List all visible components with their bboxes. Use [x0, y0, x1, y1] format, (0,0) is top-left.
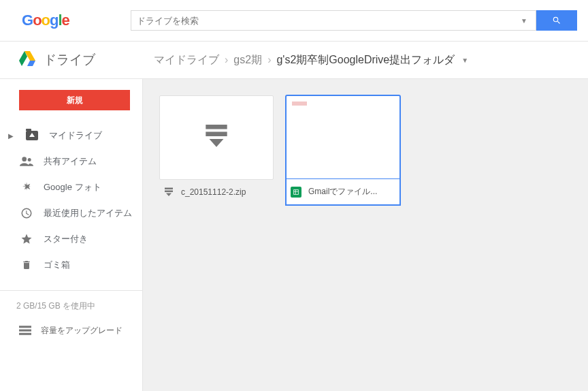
body: 新規 ▶ マイドライブ 共有アイテム Google フォト 最近使用したアイテ: [0, 79, 588, 391]
svg-rect-7: [19, 333, 31, 335]
trash-icon: [19, 259, 34, 271]
chevron-right-icon: ›: [225, 54, 228, 66]
svg-point-4: [28, 158, 31, 161]
search-button[interactable]: [536, 10, 577, 31]
sidebar-item-starred[interactable]: スター付き: [0, 226, 142, 252]
file-grid[interactable]: c_20151112-2.zip Gmailでファイル...: [143, 79, 588, 391]
storage-icon: [19, 326, 31, 338]
svg-marker-1: [27, 61, 35, 66]
sidebar-item-label: Google フォト: [44, 181, 101, 193]
svg-rect-5: [19, 326, 31, 328]
app-name: ドライブ: [44, 51, 95, 69]
svg-rect-6: [19, 330, 31, 332]
svg-marker-10: [210, 139, 224, 147]
sidebar-item-label: スター付き: [44, 233, 88, 245]
toolbar: ドライブ マイドライブ › gs2期 › g's2期卒制GoogleDrive提…: [0, 41, 588, 79]
header: Google ▼: [0, 0, 588, 41]
archive-icon: [206, 125, 227, 151]
photos-icon: [19, 181, 34, 193]
archive-small-icon: [163, 187, 174, 198]
file-card-zip[interactable]: c_20151112-2.zip: [159, 95, 274, 204]
sheet-preview: [287, 96, 399, 179]
chevron-right-icon: ›: [267, 54, 271, 66]
new-button[interactable]: 新規: [19, 90, 130, 110]
sidebar-item-label: 最近使用したアイテム: [44, 207, 132, 219]
breadcrumb-item-root[interactable]: マイドライブ: [154, 53, 219, 67]
sidebar: 新規 ▶ マイドライブ 共有アイテム Google フォト 最近使用したアイテ: [0, 79, 143, 391]
sheets-icon: [291, 187, 301, 198]
sidebar-item-label: ゴミ箱: [44, 259, 70, 271]
file-thumbnail[interactable]: [159, 95, 274, 180]
breadcrumb: マイドライブ › gs2期 › g's2期卒制GoogleDrive提出フォルダ…: [143, 53, 468, 67]
sidebar-item-mydrive[interactable]: ▶ マイドライブ: [0, 123, 142, 148]
breadcrumb-item-1[interactable]: gs2期: [233, 53, 262, 67]
svg-rect-9: [206, 131, 227, 136]
sidebar-item-label: 共有アイテム: [44, 155, 97, 168]
breadcrumb-dropdown-icon[interactable]: ▼: [461, 57, 468, 64]
file-name: c_20151112-2.zip: [181, 187, 246, 197]
search-container: ▼: [131, 10, 577, 31]
divider: [0, 290, 142, 291]
expand-caret-icon[interactable]: ▶: [8, 132, 15, 140]
breadcrumb-item-current[interactable]: g's2期卒制GoogleDrive提出フォルダ: [276, 53, 455, 67]
file-caption: Gmailでファイル...: [286, 179, 400, 205]
search-options-caret-icon[interactable]: ▼: [518, 17, 530, 25]
app-brand[interactable]: ドライブ: [0, 51, 143, 69]
svg-rect-11: [165, 188, 173, 190]
people-icon: [19, 157, 34, 166]
svg-marker-13: [166, 193, 172, 197]
search-input[interactable]: [137, 16, 518, 26]
sidebar-item-photos[interactable]: Google フォト: [0, 174, 142, 200]
sidebar-item-upgrade[interactable]: 容量をアップグレード: [0, 322, 142, 338]
file-card-sheet[interactable]: Gmailでファイル...: [286, 95, 400, 205]
storage-usage-text: 2 GB/15 GB を使用中: [0, 300, 142, 322]
sidebar-item-label: マイドライブ: [49, 129, 102, 142]
search-icon: [552, 16, 561, 25]
sidebar-item-shared[interactable]: 共有アイテム: [0, 148, 142, 174]
clock-icon: [19, 207, 34, 219]
svg-rect-12: [165, 191, 173, 193]
google-logo[interactable]: Google: [22, 12, 69, 29]
file-thumbnail[interactable]: [286, 95, 400, 180]
star-icon: [19, 233, 34, 245]
search-box[interactable]: ▼: [131, 10, 536, 31]
file-caption: c_20151112-2.zip: [159, 180, 274, 204]
sidebar-item-trash[interactable]: ゴミ箱: [0, 252, 142, 278]
sidebar-item-recent[interactable]: 最近使用したアイテム: [0, 200, 142, 226]
upgrade-label: 容量をアップグレード: [41, 324, 122, 337]
svg-point-3: [22, 157, 27, 161]
svg-rect-8: [206, 125, 227, 129]
drive-logo-icon: [19, 51, 35, 69]
file-name: Gmailでファイル...: [308, 186, 377, 198]
folder-icon: [24, 131, 39, 140]
